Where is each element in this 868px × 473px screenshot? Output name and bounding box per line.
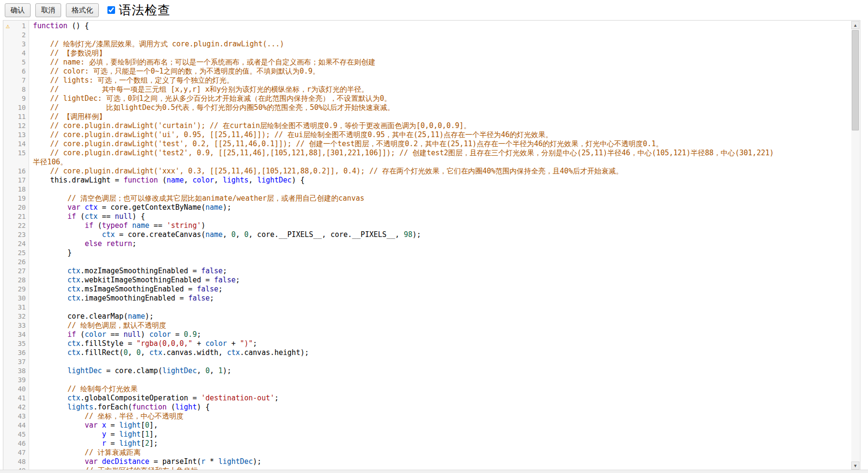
- code-line[interactable]: 26: [3, 258, 850, 267]
- code-text: var x = light[0],: [29, 421, 158, 430]
- code-line[interactable]: 48 var decDistance = parseInt(r * lightD…: [3, 457, 850, 466]
- code-line[interactable]: 1⚠function () {: [3, 22, 850, 31]
- code-line[interactable]: 32 core.clearMap(name);: [3, 312, 850, 321]
- code-editor[interactable]: 1⚠function () {23 // 绘制灯光/漆黑层效果。调用方式 cor…: [3, 20, 860, 473]
- line-number: 4: [3, 49, 29, 58]
- code-line[interactable]: 9 // lightDec: 可选，0到1之间，光从多少百分比才开始衰减（在此范…: [3, 94, 850, 103]
- confirm-button[interactable]: 确认: [5, 3, 31, 17]
- code-text: 半径106。: [29, 158, 67, 167]
- line-number: 3: [3, 40, 29, 49]
- code-line[interactable]: 31: [3, 303, 850, 312]
- line-number: 32: [3, 312, 29, 321]
- code-line[interactable]: 38 lightDec = core.clamp(lightDec, 0, 1)…: [3, 366, 850, 376]
- code-line[interactable]: 14 // core.plugin.drawLight('test', 0.2,…: [3, 140, 850, 149]
- code-line[interactable]: 6 // color: 可选，只能是一个0~1之间的数，为不透明度的值。不填则默…: [3, 67, 850, 76]
- cancel-button[interactable]: 取消: [35, 3, 61, 17]
- code-line[interactable]: 29 ctx.msImageSmoothingEnabled = false;: [3, 285, 850, 294]
- line-number: 25: [3, 248, 29, 258]
- code-text: ctx = core.createCanvas(name, 0, 0, core…: [29, 230, 421, 239]
- code-line[interactable]: 44 var x = light[0],: [3, 421, 850, 430]
- code-line[interactable]: 22 if (typeof name == 'string'): [3, 221, 850, 230]
- code-text: ctx.fillStyle = "rgba(0,0,0," + color + …: [29, 339, 257, 348]
- line-number: 13: [3, 130, 29, 140]
- horizontal-scrollbar[interactable]: [0, 470, 868, 473]
- code-line[interactable]: 21 if (ctx == null) {: [3, 212, 850, 221]
- code-line[interactable]: 43 // 坐标，半径，中心不透明度: [3, 412, 850, 421]
- line-number: 19: [3, 194, 29, 203]
- code-line[interactable]: 40 // 绘制每个灯光效果: [3, 385, 850, 394]
- scroll-up-icon[interactable]: ▲: [851, 21, 859, 29]
- code-line[interactable]: 36 ctx.fillRect(0, 0, ctx.canvas.width, …: [3, 348, 850, 357]
- code-line[interactable]: 33 // 绘制色调层，默认不透明度: [3, 321, 850, 330]
- code-text: // core.plugin.drawLight('ui', 0.95, [[2…: [29, 130, 552, 140]
- code-text: [29, 303, 33, 312]
- code-text: // 清空色调层；也可以修改成其它层比如animate/weather层，或者用…: [29, 194, 364, 203]
- code-line[interactable]: 37: [3, 357, 850, 366]
- vertical-scrollbar-thumb[interactable]: [852, 30, 859, 130]
- line-number: 7: [3, 76, 29, 85]
- code-line[interactable]: 12 // core.plugin.drawLight('curtain'); …: [3, 121, 850, 130]
- code-text: ctx.imageSmoothingEnabled = false;: [29, 294, 214, 303]
- code-text: core.clearMap(name);: [29, 312, 154, 321]
- line-number: 45: [3, 430, 29, 439]
- code-line[interactable]: 16 // core.plugin.drawLight('xxx', 0.3, …: [3, 167, 850, 176]
- code-text: // 其中每一项是三元组 [x,y,r] x和y分别为该灯光的横纵坐标，r为该灯…: [29, 85, 369, 94]
- code-line[interactable]: 35 ctx.fillStyle = "rgba(0,0,0," + color…: [3, 339, 850, 348]
- line-number: 30: [3, 294, 29, 303]
- vertical-scrollbar[interactable]: ▲ ▼: [851, 21, 859, 470]
- code-line[interactable]: 15 // core.plugin.drawLight('test2', 0.9…: [3, 149, 850, 158]
- code-line[interactable]: 2: [3, 31, 850, 40]
- code-line[interactable]: 27 ctx.mozImageSmoothingEnabled = false;: [3, 267, 850, 276]
- line-number: 33: [3, 321, 29, 330]
- code-text: ctx.webkitImageSmoothingEnabled = false;: [29, 276, 240, 285]
- line-number: 1⚠: [3, 22, 29, 31]
- code-line[interactable]: 18: [3, 185, 850, 194]
- code-line[interactable]: 25 }: [3, 248, 850, 258]
- code-line[interactable]: 45 y = light[1],: [3, 430, 850, 439]
- code-line[interactable]: 19 // 清空色调层；也可以修改成其它层比如animate/weather层，…: [3, 194, 850, 203]
- code-line[interactable]: 39: [3, 376, 850, 385]
- code-line[interactable]: 10 // 比如lightDec为0.5代表，每个灯光部分内圈50%的范围全亮，…: [3, 103, 850, 112]
- code-line[interactable]: 23 ctx = core.createCanvas(name, 0, 0, c…: [3, 230, 850, 239]
- code-line[interactable]: 24 else return;: [3, 239, 850, 248]
- code-line[interactable]: 30 ctx.imageSmoothingEnabled = false;: [3, 294, 850, 303]
- code-line[interactable]: 34 if (color == null) color = 0.9;: [3, 330, 850, 339]
- code-text: // core.plugin.drawLight('test', 0.2, [[…: [29, 140, 663, 149]
- code-text: ctx.msImageSmoothingEnabled = false;: [29, 285, 222, 294]
- code-lines[interactable]: 1⚠function () {23 // 绘制灯光/漆黑层效果。调用方式 cor…: [3, 22, 850, 473]
- code-text: r = light[2];: [29, 439, 158, 448]
- line-number: 28: [3, 276, 29, 285]
- code-text: y = light[1],: [29, 430, 158, 439]
- format-button[interactable]: 格式化: [66, 3, 99, 17]
- code-line[interactable]: 41 ctx.globalCompositeOperation = 'desti…: [3, 394, 850, 403]
- line-number: 47: [3, 448, 29, 457]
- code-text: // 比如lightDec为0.5代表，每个灯光部分内圈50%的范围全亮，50%…: [29, 103, 394, 112]
- code-line[interactable]: 13 // core.plugin.drawLight('ui', 0.95, …: [3, 130, 850, 140]
- code-line[interactable]: 20 var ctx = core.getContextByName(name)…: [3, 203, 850, 212]
- code-line[interactable]: 4 // 【参数说明】: [3, 49, 850, 58]
- code-line[interactable]: 5 // name: 必填，要绘制到的画布名；可以是一个系统画布，或者是个自定义…: [3, 58, 850, 67]
- code-line[interactable]: 半径106。: [3, 158, 850, 167]
- code-line[interactable]: 7 // lights: 可选，一个数组，定义了每个独立的灯光。: [3, 76, 850, 85]
- code-line[interactable]: 28 ctx.webkitImageSmoothingEnabled = fal…: [3, 276, 850, 285]
- code-line[interactable]: 42 lights.forEach(function (light) {: [3, 403, 850, 412]
- code-text: }: [29, 248, 72, 258]
- syntax-check-checkbox[interactable]: [107, 6, 115, 14]
- code-text: // 计算衰减距离: [29, 448, 140, 457]
- code-line[interactable]: 3 // 绘制灯光/漆黑层效果。调用方式 core.plugin.drawLig…: [3, 40, 850, 49]
- code-line[interactable]: 17 this.drawLight = function (name, colo…: [3, 176, 850, 185]
- line-number: 43: [3, 412, 29, 421]
- code-line[interactable]: 11 // 【调用样例】: [3, 112, 850, 121]
- code-text: if (ctx == null) {: [29, 212, 145, 221]
- code-text: else return;: [29, 239, 137, 248]
- code-text: if (color == null) color = 0.9;: [29, 330, 201, 339]
- code-text: function () {: [29, 22, 89, 31]
- scroll-down-icon[interactable]: ▼: [851, 462, 859, 470]
- line-number: 11: [3, 112, 29, 121]
- code-line[interactable]: 46 r = light[2];: [3, 439, 850, 448]
- line-number: 34: [3, 330, 29, 339]
- code-line[interactable]: 47 // 计算衰减距离: [3, 448, 850, 457]
- code-line[interactable]: 8 // 其中每一项是三元组 [x,y,r] x和y分别为该灯光的横纵坐标，r为…: [3, 85, 850, 94]
- syntax-check-label[interactable]: 语法检查: [119, 2, 170, 19]
- line-number: 15: [3, 149, 29, 158]
